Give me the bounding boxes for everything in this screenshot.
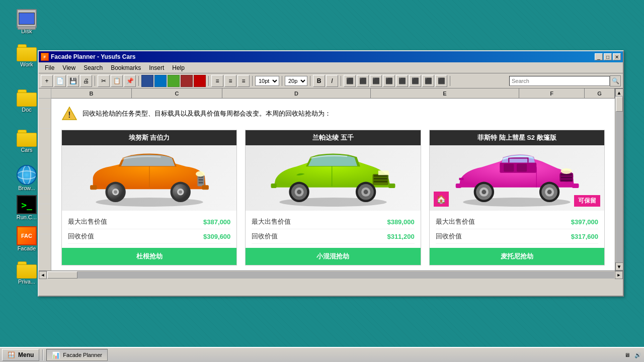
col-header-f: F (519, 88, 585, 98)
toolbar-col2[interactable] (154, 75, 167, 87)
font-size-select[interactable]: 10pt 12pt (255, 76, 279, 86)
svg-point-30 (297, 190, 301, 195)
stat-recycle-2: 回收价值 $317,600 (436, 229, 598, 244)
toolbar-divider-1 (95, 76, 95, 86)
stat-sell-label-0: 最大出售价值 (68, 217, 107, 226)
title-bar[interactable]: F Facade Planner - Yusufs Cars _ □ ✕ (39, 51, 623, 62)
action-btn-2[interactable]: 麦托尼抢劫 (430, 248, 604, 265)
toolbar-col1[interactable] (141, 75, 153, 87)
scroll-right-arrow[interactable]: ► (615, 271, 623, 279)
stat-recycle-value-1: $311,200 (387, 233, 414, 240)
car-stats-0: 最大出售价值 $387,000 回收价值 $309,600 (62, 211, 236, 248)
toolbar-align-left[interactable]: ≡ (211, 75, 223, 87)
stat-recycle-value-0: $309,600 (203, 233, 230, 240)
menu-insert[interactable]: Insert (145, 63, 168, 72)
menu-bar: File View Search Bookmarks Insert Help (39, 62, 623, 73)
toolbar-divider-7 (341, 76, 341, 86)
menu-bookmarks[interactable]: Bookmarks (107, 63, 145, 72)
scroll-up-arrow[interactable]: ▲ (615, 88, 623, 97)
svg-rect-9 (90, 186, 97, 190)
cars-grid: 埃努斯 吉伯力 (61, 130, 605, 265)
toolbar-align2[interactable]: ⬛ (357, 75, 369, 87)
warning-icon: ! (61, 106, 77, 122)
menu-file[interactable]: File (41, 63, 58, 72)
toolbar-bold[interactable]: B (313, 75, 325, 87)
col-header-c: C (132, 88, 222, 98)
car-card-2: 菲斯特 陆上彗星 S2 敞篷版 (429, 130, 605, 265)
scrollbar-vertical[interactable]: ▲ ▼ (615, 88, 623, 270)
h-scroll-track[interactable] (47, 272, 614, 279)
toolbar-print-btn[interactable]: 🖨 (80, 75, 92, 87)
start-button[interactable]: 🪟 Menu (2, 349, 39, 361)
desktop-icon-disk[interactable]: Disk (9, 9, 44, 34)
svg-rect-24 (374, 181, 387, 183)
computer-icon (17, 9, 37, 28)
svg-point-14 (114, 191, 117, 194)
toolbar-align7[interactable]: ⬛ (422, 75, 434, 87)
row-num-6 (39, 214, 51, 224)
h-scroll-thumb[interactable] (47, 272, 77, 279)
row-num-7 (39, 224, 51, 234)
stat-sell-1: 最大出售价值 $389,000 (252, 215, 414, 229)
toolbar-cut-btn[interactable]: ✂ (98, 75, 110, 87)
scroll-thumb[interactable] (616, 97, 623, 112)
menu-search[interactable]: Search (79, 63, 107, 72)
toolbar-align-right[interactable]: ≡ (237, 75, 250, 87)
toolbar-align5[interactable]: ⬛ (396, 75, 408, 87)
scroll-left-arrow[interactable]: ◄ (39, 271, 47, 279)
taskbar-window-button[interactable]: 📊 Facade Planner (46, 349, 108, 361)
tray-icon-monitor[interactable]: 🖥 (623, 351, 631, 359)
car-stats-1: 最大出售价值 $389,000 回收价值 $311,200 (246, 211, 420, 248)
search-input[interactable] (509, 76, 610, 86)
line-height-select[interactable]: 20p 25p (285, 76, 307, 86)
toolbar-italic[interactable]: I (326, 75, 338, 87)
toolbar-align8[interactable]: ⬛ (435, 75, 447, 87)
menu-view[interactable]: View (58, 63, 79, 72)
scroll-track[interactable] (616, 97, 623, 262)
title-bar-app-icon: F (41, 53, 49, 61)
stat-recycle-value-2: $317,600 (571, 233, 598, 240)
svg-rect-7 (198, 182, 203, 184)
toolbar-divider-3 (208, 76, 209, 86)
toolbar-align6[interactable]: ⬛ (409, 75, 421, 87)
search-button[interactable]: 🔍 (610, 75, 621, 86)
start-label: Menu (18, 351, 34, 358)
car-name-0: 埃努斯 吉伯力 (62, 130, 236, 145)
stat-recycle-0: 回收价值 $309,600 (68, 229, 230, 244)
cmd-icon: >_ (17, 195, 37, 214)
row-num-3 (39, 129, 51, 194)
minimize-button[interactable]: _ (595, 53, 603, 60)
toolbar-paste-btn[interactable]: 📌 (124, 75, 136, 87)
action-btn-1[interactable]: 小混混抢劫 (246, 248, 420, 265)
maximize-button[interactable]: □ (604, 53, 612, 60)
toolbar-col4[interactable] (181, 75, 193, 87)
tray-icon-sound[interactable]: 🔊 (634, 351, 642, 359)
toolbar-col3[interactable] (168, 75, 180, 87)
taskbar-app-icon: 📊 (52, 351, 60, 359)
toolbar-open-btn[interactable]: 📄 (54, 75, 66, 87)
scroll-down-arrow[interactable]: ▼ (615, 262, 623, 270)
toolbar-align3[interactable]: ⬛ (370, 75, 382, 87)
toolbar-align4[interactable]: ⬛ (383, 75, 395, 87)
toolbar-save-btn[interactable]: 💾 (67, 75, 79, 87)
row-num-2 (39, 109, 51, 129)
column-headers: B C D E F G (51, 88, 615, 99)
toolbar: + 📄 💾 🖨 ✂ 📋 📌 ≡ ≡ ≡ 10pt 12pt (39, 73, 623, 88)
scrollbar-horizontal[interactable]: ◄ ► (39, 270, 623, 279)
toolbar-divider-8 (450, 76, 450, 86)
toolbar-copy-btn[interactable]: 📋 (111, 75, 123, 87)
toolbar-col5[interactable] (194, 75, 206, 87)
svg-rect-26 (388, 184, 395, 188)
browser-label: Brow... (18, 185, 35, 191)
toolbar-align-center[interactable]: ≡ (224, 75, 236, 87)
svg-point-8 (196, 171, 205, 177)
toolbar-new-btn[interactable]: + (41, 75, 53, 87)
menu-help[interactable]: Help (168, 63, 189, 72)
action-btn-0[interactable]: 杜根抢劫 (62, 248, 236, 265)
car-card-0: 埃努斯 吉伯力 (61, 130, 237, 265)
close-button[interactable]: ✕ (613, 53, 621, 60)
row-num-4 (39, 194, 51, 204)
svg-text:!: ! (68, 111, 70, 119)
toolbar-align1[interactable]: ⬛ (344, 75, 356, 87)
car-image-0 (62, 145, 236, 211)
